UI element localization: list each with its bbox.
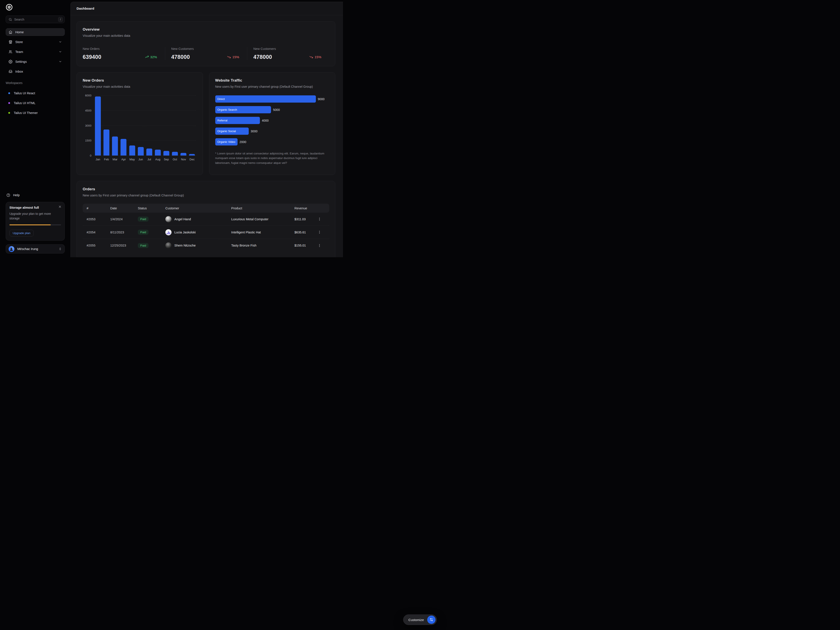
bar-jan — [95, 96, 101, 156]
traffic-row: Organic Social3000 — [215, 128, 330, 135]
traffic-value: 9000 — [318, 97, 325, 101]
main-panel: Dashboard Overview Visualize your main a… — [70, 2, 343, 257]
traffic-channel-label: Organic Social — [218, 129, 236, 133]
traffic-row: Referral4000 — [215, 117, 330, 124]
bar-nov — [180, 153, 186, 156]
orders-table-header: #DateStatusCustomerProductRevenue — [83, 204, 329, 213]
main-header: Dashboard — [71, 2, 343, 15]
column-header: Revenue — [294, 207, 317, 210]
order-date: 1/4/2024 — [110, 218, 138, 221]
row-menu-icon[interactable] — [317, 243, 322, 248]
stat-new-customers: New Customers47800015% — [165, 47, 247, 60]
traffic-value: 4000 — [262, 119, 268, 122]
sidebar-item-home[interactable]: Home — [6, 28, 65, 36]
trend-value: 15% — [314, 55, 321, 59]
sidebar-item-store[interactable]: Store — [6, 38, 65, 46]
traffic-row: Organic Video2000 — [215, 138, 330, 145]
sidebar-item-help[interactable]: Help — [6, 193, 65, 197]
x-axis-tick: Jan — [95, 158, 101, 161]
help-circle-icon — [6, 193, 10, 197]
store-icon — [8, 40, 13, 44]
column-header: Customer — [165, 207, 231, 210]
table-row: #20531/4/2024PaidAngel HandLuxurious Met… — [83, 213, 329, 226]
storage-title: Storage almost full — [9, 205, 61, 209]
search-box[interactable]: / — [6, 16, 65, 23]
traffic-value: 3000 — [251, 129, 257, 133]
status-badge: Paid — [138, 216, 148, 222]
overview-card: Overview Visualize your main activities … — [77, 21, 335, 66]
chevron-down-icon — [58, 60, 62, 63]
sidebar-item-settings[interactable]: Settings — [6, 58, 65, 65]
bar-may — [129, 145, 135, 156]
traffic-channel-label: Organic Video — [218, 140, 235, 144]
workspace-item[interactable]: Tailus UI React — [6, 90, 65, 96]
user-menu[interactable]: Méschac Irung — [6, 244, 65, 254]
sidebar-item-label: Store — [15, 40, 23, 44]
team-icon — [8, 50, 13, 54]
search-input[interactable] — [14, 18, 56, 21]
search-icon — [8, 18, 12, 21]
row-menu-icon[interactable] — [317, 216, 322, 222]
customer-name: Angel Hand — [174, 218, 191, 221]
orders-table: #DateStatusCustomerProductRevenue #20531… — [83, 204, 329, 252]
workspace-label: Tailus UI React — [14, 92, 35, 95]
order-id: #2054 — [87, 231, 110, 234]
traffic-row: Direct9000 — [215, 95, 330, 103]
traffic-value: 5000 — [273, 108, 280, 112]
stat-label: New Orders — [83, 47, 163, 51]
new-orders-title: New Orders — [83, 78, 197, 83]
bar-jul — [146, 148, 152, 156]
revenue-value: $635.61 — [294, 231, 317, 234]
order-id: #2053 — [87, 218, 110, 221]
bar-aug — [155, 150, 161, 156]
x-axis-tick: Aug — [155, 158, 161, 161]
storage-progress-bar — [9, 224, 61, 225]
workspace-dot-icon — [8, 102, 10, 104]
workspace-dot-icon — [8, 112, 10, 114]
new-orders-chart-card: New Orders Visualize your main activitie… — [77, 72, 203, 175]
workspace-item[interactable]: Tailus UI Themer — [6, 110, 65, 116]
bar-dec — [189, 154, 195, 156]
customer-name: Shem Nitzsche — [174, 244, 196, 247]
x-axis-tick: May — [129, 158, 135, 161]
new-orders-subtitle: Visualize your main activities data — [83, 85, 197, 88]
storage-progress-fill — [9, 224, 51, 225]
app-logo-icon — [6, 4, 13, 11]
sidebar-item-label: Inbox — [15, 70, 23, 73]
main-content: Overview Visualize your main activities … — [71, 15, 343, 257]
bar-direct: Direct — [215, 95, 316, 103]
chevron-down-icon — [58, 40, 62, 44]
upgrade-plan-button[interactable]: Upgrade plan — [9, 230, 34, 237]
x-axis-tick: Dec — [189, 158, 195, 161]
sidebar-item-team[interactable]: Team — [6, 48, 65, 55]
y-axis-tick: 6000 — [83, 94, 92, 97]
trend-value: 32% — [150, 55, 157, 59]
bar-jun — [138, 147, 144, 156]
overview-subtitle: Visualize your main activities data — [83, 34, 329, 38]
website-traffic-bar-chart: Direct9000Organic Search5000Referral4000… — [215, 95, 330, 145]
orders-table-body: #20531/4/2024PaidAngel HandLuxurious Met… — [83, 213, 329, 252]
sidebar-nav: HomeStoreTeamSettingsInbox — [6, 28, 65, 75]
close-icon[interactable] — [58, 205, 62, 208]
trend-value: 15% — [232, 55, 239, 59]
inbox-icon — [8, 69, 13, 74]
x-axis-tick: Jun — [138, 158, 144, 161]
settings-icon — [8, 60, 13, 64]
chevrons-up-down-icon — [58, 247, 62, 251]
workspace-item[interactable]: Tailus UI HTML — [6, 100, 65, 106]
overview-stats: New Orders63940032%New Customers47800015… — [83, 47, 329, 60]
x-axis-tick: Feb — [103, 158, 109, 161]
product-name: Luxurious Metal Computer — [231, 218, 294, 221]
website-traffic-title: Website Traffic — [215, 78, 330, 83]
sidebar-item-inbox[interactable]: Inbox — [6, 68, 65, 75]
x-axis-tick: Sep — [163, 158, 169, 161]
stat-new-orders: New Orders63940032% — [83, 47, 165, 60]
row-menu-icon[interactable] — [317, 229, 322, 235]
x-axis-tick: Apr — [120, 158, 126, 161]
search-shortcut-key: / — [58, 17, 63, 22]
y-axis-tick: 1500 — [83, 139, 92, 142]
chevron-down-icon — [58, 50, 62, 54]
order-id: #2055 — [87, 244, 110, 247]
storage-message: Upgrade your plan to get more storage — [9, 212, 58, 221]
y-axis-tick: 4500 — [83, 109, 92, 112]
